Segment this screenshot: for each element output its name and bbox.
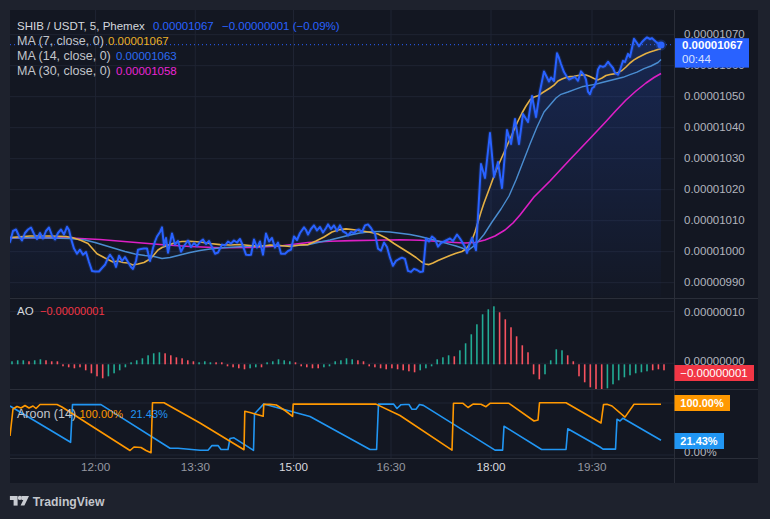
svg-text:18:00: 18:00	[476, 460, 506, 473]
svg-text:−0.00000001: −0.00000001	[680, 367, 747, 379]
svg-text:SHIB / USDT, 5, Phemex: SHIB / USDT, 5, Phemex	[17, 20, 145, 32]
svg-text:0.00001063: 0.00001063	[116, 50, 177, 62]
svg-text:MA (7, close, 0): MA (7, close, 0)	[17, 34, 104, 48]
svg-text:0.00001067: 0.00001067	[153, 20, 214, 32]
svg-text:12:00: 12:00	[81, 460, 111, 473]
svg-text:0.00000990: 0.00000990	[684, 276, 745, 288]
svg-text:0.00001030: 0.00001030	[684, 152, 745, 164]
svg-text:16:30: 16:30	[376, 460, 406, 473]
svg-text:−0.00000001 (−0.09%): −0.00000001 (−0.09%)	[222, 20, 340, 32]
svg-text:0.00001067: 0.00001067	[682, 39, 743, 51]
svg-text:15:00: 15:00	[279, 460, 309, 473]
svg-text:AO: AO	[17, 305, 34, 317]
svg-text:21.43%: 21.43%	[131, 408, 169, 420]
svg-text:13:30: 13:30	[181, 460, 211, 473]
svg-text:Aroon (14): Aroon (14)	[17, 407, 76, 421]
svg-text:0.00001020: 0.00001020	[684, 183, 745, 195]
svg-text:0.00001070: 0.00001070	[684, 28, 745, 40]
svg-text:0.00001000: 0.00001000	[684, 245, 745, 257]
svg-text:MA (30, close, 0): MA (30, close, 0)	[17, 64, 111, 78]
svg-text:0.00001010: 0.00001010	[684, 214, 745, 226]
svg-text:TradingView: TradingView	[33, 495, 105, 509]
svg-text:100.00%: 100.00%	[80, 408, 124, 420]
svg-text:0.00001040: 0.00001040	[684, 121, 745, 133]
svg-text:0.00001050: 0.00001050	[684, 90, 745, 102]
svg-text:100.00%: 100.00%	[680, 397, 724, 409]
svg-text:MA (14, close, 0): MA (14, close, 0)	[17, 49, 111, 63]
svg-text:19:30: 19:30	[577, 460, 607, 473]
svg-text:0.00001067: 0.00001067	[108, 35, 169, 47]
svg-text:21.43%: 21.43%	[680, 435, 718, 447]
svg-text:−0.00000001: −0.00000001	[40, 305, 105, 317]
svg-text:0.00001058: 0.00001058	[116, 65, 177, 77]
svg-text:0.00000010: 0.00000010	[684, 306, 745, 318]
svg-text:00:44: 00:44	[682, 53, 711, 65]
